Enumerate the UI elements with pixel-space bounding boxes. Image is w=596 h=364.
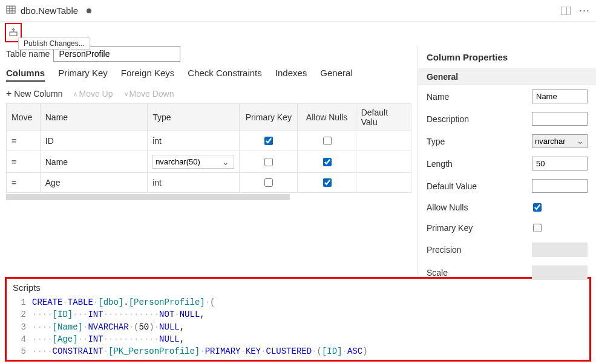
grid-header-nulls: Allow Nulls bbox=[298, 104, 356, 131]
cell-default[interactable] bbox=[356, 151, 411, 173]
grid-header-type: Type bbox=[148, 104, 240, 131]
chevron-down-icon: ∨ bbox=[124, 91, 128, 97]
cell-type[interactable]: int bbox=[148, 131, 240, 151]
prop-readonly-scale bbox=[532, 265, 588, 280]
publish-tooltip: Publish Changes... bbox=[18, 37, 90, 50]
grid-header-name: Name bbox=[40, 104, 147, 131]
chevron-up-icon: ∧ bbox=[73, 91, 77, 97]
properties-title: Column Properties bbox=[418, 46, 596, 68]
prop-input-description[interactable] bbox=[532, 112, 588, 126]
type-select[interactable]: nvarchar(50) bbox=[152, 155, 234, 169]
table-row[interactable]: =IDint bbox=[7, 131, 411, 151]
titlebar: dbo.NewTable ··· bbox=[0, 0, 596, 22]
toolbar: Publish Changes... bbox=[0, 22, 596, 46]
svg-rect-0 bbox=[7, 6, 15, 13]
grid-header-move: Move bbox=[7, 104, 41, 131]
designer-tabs: Columns Primary Key Foreign Keys Check C… bbox=[6, 68, 411, 82]
prop-label-type: Type bbox=[427, 137, 445, 146]
tab-foreign-keys[interactable]: Foreign Keys bbox=[121, 68, 174, 82]
move-down-button[interactable]: ∨ Move Down bbox=[124, 89, 174, 99]
columns-grid: Move Name Type Primary Key Allow Nulls D… bbox=[6, 103, 411, 193]
plus-icon: + bbox=[6, 89, 11, 99]
tab-columns[interactable]: Columns bbox=[6, 68, 45, 82]
cell-default[interactable] bbox=[356, 173, 411, 193]
prop-check-nulls[interactable] bbox=[533, 203, 542, 212]
prop-label-description: Description bbox=[427, 114, 469, 124]
prop-label-precision: Precision bbox=[427, 245, 462, 255]
properties-section-general: General bbox=[418, 68, 596, 85]
tab-title: dbo.NewTable bbox=[21, 5, 78, 16]
prop-select-type[interactable]: nvarchar bbox=[532, 134, 588, 148]
prop-label-length: Length bbox=[427, 159, 453, 169]
grid-header-default: Default Valu bbox=[356, 104, 411, 131]
new-column-label: New Column bbox=[14, 89, 62, 99]
scripts-editor[interactable]: 1CREATE·TABLE·[dbo].[PersonProfile]·(2··… bbox=[13, 296, 583, 357]
drag-handle-icon[interactable]: = bbox=[7, 131, 41, 151]
cell-pk-checkbox[interactable] bbox=[264, 178, 273, 187]
cell-nulls-checkbox[interactable] bbox=[323, 137, 332, 145]
cell-type[interactable]: nvarchar(50) bbox=[148, 151, 240, 173]
cell-pk-checkbox[interactable] bbox=[264, 158, 273, 166]
prop-readonly-precision bbox=[532, 242, 588, 257]
publish-icon bbox=[8, 27, 18, 39]
cell-pk-checkbox[interactable] bbox=[264, 137, 273, 145]
cell-nulls-checkbox[interactable] bbox=[323, 158, 332, 166]
more-actions-icon[interactable]: ··· bbox=[579, 4, 590, 17]
prop-label-scale: Scale bbox=[427, 268, 448, 278]
table-row[interactable]: =Namenvarchar(50) bbox=[7, 151, 411, 173]
grid-header-pk: Primary Key bbox=[240, 104, 298, 131]
column-properties-panel: Column Properties General Name Descripti… bbox=[418, 46, 596, 275]
cell-default[interactable] bbox=[356, 131, 411, 151]
tab-check-constraints[interactable]: Check Constraints bbox=[188, 68, 262, 82]
cell-name[interactable]: Name bbox=[40, 151, 147, 173]
split-editor-icon[interactable] bbox=[561, 7, 571, 15]
drag-handle-icon[interactable]: = bbox=[7, 173, 41, 193]
prop-label-name: Name bbox=[427, 92, 449, 102]
cell-nulls-checkbox[interactable] bbox=[323, 178, 332, 187]
tab-primary-key[interactable]: Primary Key bbox=[58, 68, 108, 82]
table-name-label: Table name bbox=[6, 49, 50, 59]
drag-handle-icon[interactable]: = bbox=[7, 151, 41, 173]
tab-general[interactable]: General bbox=[320, 68, 352, 82]
move-up-button[interactable]: ∧ Move Up bbox=[73, 89, 113, 99]
new-column-button[interactable]: + New Column bbox=[6, 89, 62, 99]
prop-input-default[interactable] bbox=[532, 179, 588, 193]
svg-rect-5 bbox=[10, 32, 17, 36]
table-icon bbox=[6, 5, 16, 16]
prop-input-name[interactable] bbox=[532, 89, 588, 103]
cell-name[interactable]: Age bbox=[40, 173, 147, 193]
cell-name[interactable]: ID bbox=[40, 131, 147, 151]
prop-label-default: Default Value bbox=[427, 181, 477, 191]
prop-label-pk: Primary Key bbox=[427, 223, 473, 233]
grid-scrollbar[interactable] bbox=[6, 194, 290, 200]
prop-input-length[interactable] bbox=[532, 157, 588, 171]
table-row[interactable]: =Ageint bbox=[7, 173, 411, 193]
tab-indexes[interactable]: Indexes bbox=[275, 68, 307, 82]
dirty-indicator-icon bbox=[87, 8, 91, 13]
cell-type[interactable]: int bbox=[148, 173, 240, 193]
prop-check-pk[interactable] bbox=[533, 224, 542, 232]
scripts-panel: Scripts 1CREATE·TABLE·[dbo].[PersonProfi… bbox=[5, 277, 591, 362]
prop-label-nulls: Allow Nulls bbox=[427, 203, 468, 212]
